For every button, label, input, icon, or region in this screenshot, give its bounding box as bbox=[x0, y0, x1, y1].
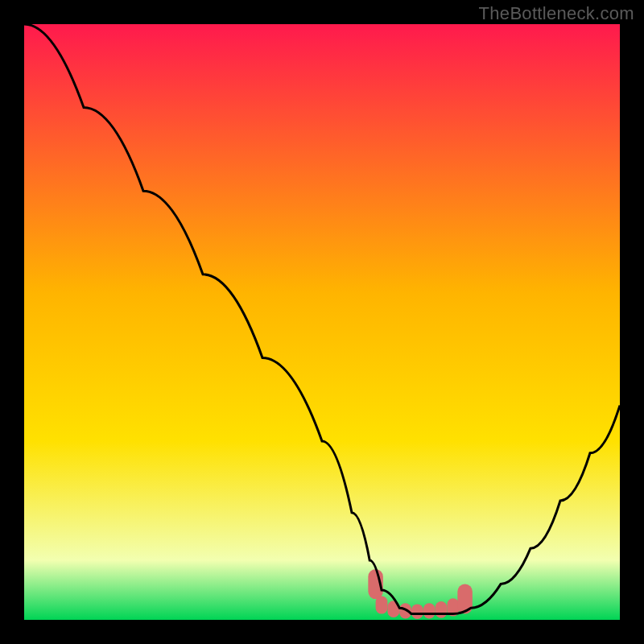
band-marker bbox=[376, 596, 388, 613]
band-marker bbox=[436, 601, 448, 618]
band-marker bbox=[411, 604, 423, 619]
gradient-background bbox=[24, 24, 620, 620]
plot-area bbox=[24, 24, 620, 620]
chart-svg bbox=[24, 24, 620, 620]
watermark-text: TheBottleneck.com bbox=[479, 3, 634, 24]
chart-frame: TheBottleneck.com bbox=[0, 0, 644, 644]
band-marker bbox=[423, 603, 436, 618]
